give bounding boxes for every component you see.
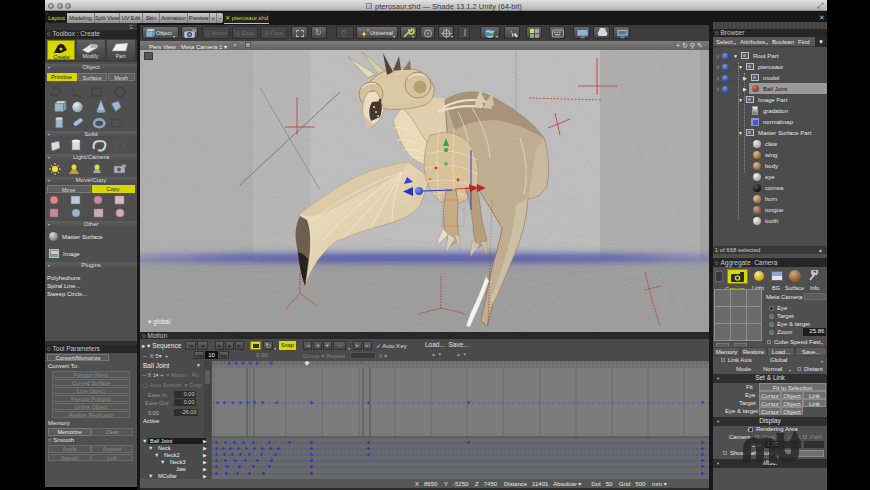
svg-text:▾ global: ▾ global: [148, 318, 171, 326]
